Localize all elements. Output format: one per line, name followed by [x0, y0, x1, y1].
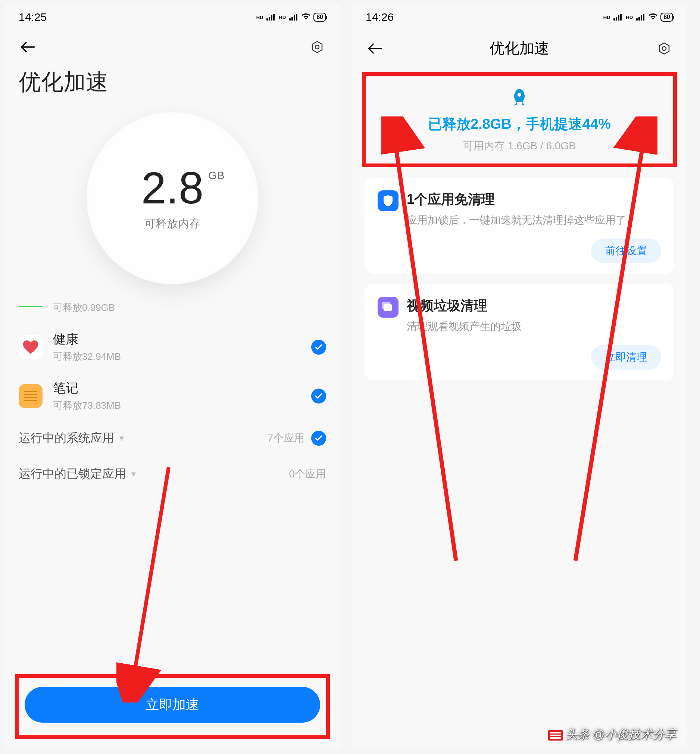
go-settings-button[interactable]: 前往设置 — [591, 239, 661, 263]
rocket-icon — [508, 86, 531, 109]
svg-rect-4 — [382, 302, 390, 309]
screenshot-right: 14:26 HD HD 80 优化加速 已释放2.8GB，手机提速44% 可用内… — [352, 5, 688, 749]
chevron-down-icon: ▼ — [118, 434, 125, 443]
checkbox-icon[interactable] — [311, 339, 326, 355]
accelerate-button[interactable]: 立即加速 — [25, 687, 320, 723]
back-button[interactable] — [19, 38, 37, 56]
list-item-sub: 可释放32.94MB — [53, 350, 301, 363]
list-item-title: 健康 — [53, 331, 301, 348]
header — [5, 27, 340, 67]
app-list: 可释放0.99GB 健康 可释放32.94MB 笔记 可释放73.83MB 运行… — [5, 288, 340, 492]
toutiao-icon — [548, 730, 563, 741]
annotation-box: 立即加速 — [15, 674, 330, 739]
status-time: 14:26 — [366, 11, 394, 23]
checkbox-icon[interactable] — [311, 389, 326, 404]
health-icon — [19, 335, 42, 359]
checkbox-icon[interactable] — [311, 431, 326, 446]
status-time: 14:25 — [19, 11, 47, 23]
status-bar: 14:26 HD HD 80 — [352, 5, 688, 27]
video-icon — [378, 297, 398, 318]
signal-icon — [636, 14, 644, 20]
chevron-down-icon: ▼ — [130, 470, 138, 479]
card-locked-apps: 1个应用免清理 应用加锁后，一键加速就无法清理掉这些应用了 前往设置 — [365, 178, 674, 274]
notes-icon — [19, 384, 42, 408]
watermark: 头条 @小俊技术分享 — [548, 726, 676, 743]
shield-icon — [378, 190, 398, 211]
signal-icon — [289, 14, 297, 20]
list-item-sub: 可释放73.83MB — [53, 399, 301, 412]
status-icons: HD HD 80 — [603, 13, 673, 22]
card-title: 视频垃圾清理 — [407, 297, 661, 315]
signal-icon — [613, 14, 622, 20]
signal-icon — [266, 14, 275, 20]
card-desc: 应用加锁后，一键加速就无法清理掉这些应用了 — [407, 213, 661, 228]
wifi-icon — [648, 13, 658, 22]
annotation-arrow — [116, 464, 176, 702]
list-item-notes[interactable]: 笔记 可释放73.83MB — [19, 371, 326, 420]
screenshot-left: 14:25 HD HD 80 优化加速 2.8GB 可释放内存 可释放0.99G… — [5, 5, 340, 749]
page-title: 优化加速 — [5, 67, 340, 105]
memory-value: 2.8GB — [141, 165, 204, 210]
settings-button[interactable] — [655, 39, 673, 58]
status-icons: HD HD 80 — [256, 13, 326, 22]
list-item-partial[interactable]: 可释放0.99GB — [19, 299, 326, 322]
result-main: 已释放2.8GB，手机提速44% — [369, 114, 669, 134]
section-locked-apps[interactable]: 运行中的已锁定应用▼ 0个应用 — [19, 456, 326, 492]
svg-point-0 — [315, 45, 319, 49]
back-button[interactable] — [366, 39, 384, 58]
settings-button[interactable] — [308, 38, 326, 56]
wifi-icon — [302, 13, 311, 22]
card-desc: 清理观看视频产生的垃圾 — [407, 319, 661, 335]
result-sub: 可用内存 1.6GB / 6.0GB — [369, 139, 669, 153]
list-item-title: 笔记 — [53, 380, 301, 397]
page-title: 优化加速 — [489, 38, 549, 59]
status-bar: 14:25 HD HD 80 — [5, 5, 340, 27]
card-video-cleanup: 视频垃圾清理 清理观看视频产生的垃圾 立即清理 — [365, 284, 674, 380]
header: 优化加速 — [352, 27, 688, 70]
list-item-health[interactable]: 健康 可释放32.94MB — [19, 322, 326, 371]
card-title: 1个应用免清理 — [407, 190, 661, 209]
memory-subtitle: 可释放内存 — [144, 216, 200, 232]
annotation-box: 已释放2.8GB，手机提速44% 可用内存 1.6GB / 6.0GB — [362, 72, 677, 167]
battery-icon: 80 — [313, 13, 326, 22]
section-system-apps[interactable]: 运行中的系统应用▼ 7个应用 — [19, 420, 326, 456]
clean-now-button[interactable]: 立即清理 — [591, 345, 661, 369]
battery-icon: 80 — [661, 13, 673, 22]
svg-point-1 — [662, 47, 666, 50]
memory-gauge: 2.8GB 可释放内存 — [5, 105, 340, 288]
svg-point-2 — [517, 93, 521, 97]
